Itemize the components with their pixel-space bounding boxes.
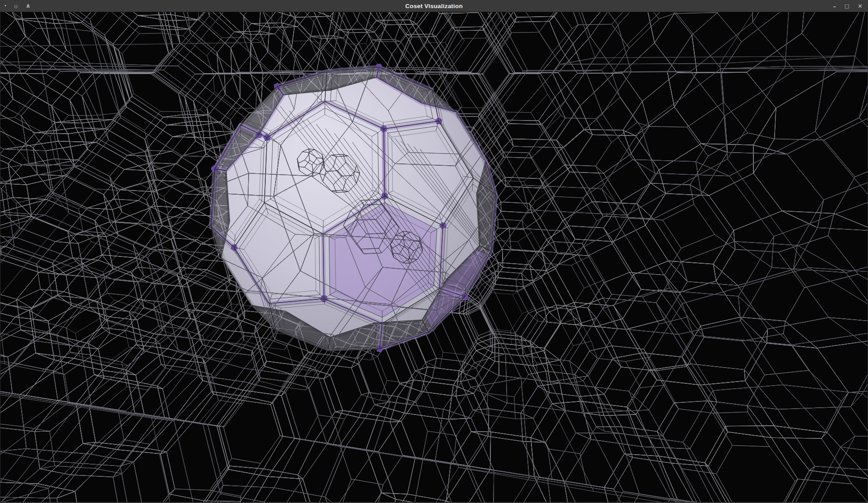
minimize-button[interactable]: – bbox=[833, 2, 836, 9]
app-window: • ○ ∧ Coset Visualization – □ ✕ bbox=[0, 0, 868, 503]
viewport bbox=[0, 12, 868, 503]
scene-canvas[interactable] bbox=[0, 12, 868, 502]
maximize-icon: □ bbox=[845, 4, 849, 9]
titlebar[interactable]: • ○ ∧ Coset Visualization – □ ✕ bbox=[0, 0, 868, 12]
maximize-button[interactable]: □ bbox=[845, 2, 849, 9]
close-button[interactable]: ✕ bbox=[858, 2, 863, 9]
close-icon: ✕ bbox=[858, 3, 863, 9]
window-title: Coset Visualization bbox=[0, 3, 868, 9]
minimize-icon: – bbox=[833, 4, 836, 9]
window-controls: – □ ✕ bbox=[833, 0, 863, 12]
